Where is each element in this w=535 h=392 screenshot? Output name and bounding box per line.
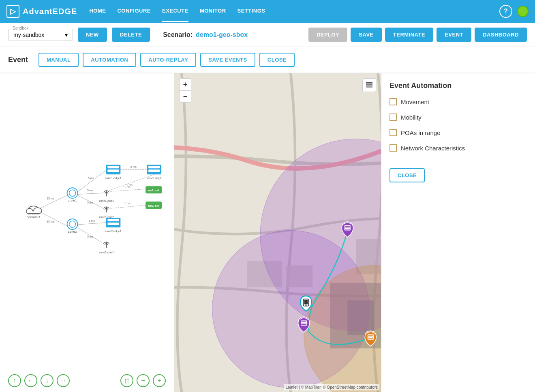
node-zone1[interactable]: zone1 xyxy=(67,188,78,202)
event-close-button[interactable]: CLOSE xyxy=(259,53,295,67)
zoom-up-icon[interactable]: ↑ xyxy=(8,374,21,387)
svg-line-48 xyxy=(110,205,146,208)
scroll-down-icon[interactable]: ↓ xyxy=(41,374,54,387)
new-button[interactable]: NEW xyxy=(78,28,107,42)
zoom-in-icon[interactable]: + xyxy=(153,374,166,387)
manual-button[interactable]: MANUAL xyxy=(39,53,79,67)
svg-text:zone1-edge1: zone1-edge1 xyxy=(105,177,122,180)
svg-text:zone2-poa1: zone2-poa1 xyxy=(99,251,114,254)
panel-divider xyxy=(389,160,527,160)
svg-line-52 xyxy=(78,223,106,225)
movement-checkbox[interactable] xyxy=(389,98,397,105)
automation-panel: Event Automation Movement Mobility POAs … xyxy=(381,73,535,392)
sandbox-selector[interactable]: Sandbox my-sandbox ▾ xyxy=(8,29,73,41)
svg-rect-80 xyxy=(366,82,372,84)
svg-line-38 xyxy=(78,170,106,191)
node-zone2[interactable]: zone2 xyxy=(67,219,78,233)
nav-settings[interactable]: SETTINGS xyxy=(238,0,265,22)
app-name: AdvantEDGE xyxy=(23,7,77,16)
logo-icon: ▷ xyxy=(6,5,19,18)
node-operator1[interactable]: operator1 xyxy=(26,206,42,219)
nav-right: ? xyxy=(499,5,529,18)
network-label: Network Characteristics xyxy=(401,145,465,152)
toolbar: Sandbox my-sandbox ▾ NEW DELETE Scenario… xyxy=(0,23,535,47)
svg-line-40 xyxy=(78,193,103,194)
node-ue1-ext[interactable]: ue1-ext xyxy=(146,186,162,193)
svg-rect-26 xyxy=(107,223,119,225)
svg-text:operator1: operator1 xyxy=(27,215,41,219)
event-bar: Event MANUAL AUTOMATION AUTO-REPLAY SAVE… xyxy=(0,47,535,73)
checkbox-network: Network Characteristics xyxy=(389,144,527,152)
svg-line-36 xyxy=(40,212,67,226)
zoom-out-button[interactable]: − xyxy=(179,90,191,103)
toolbar-actions: DEPLOY SAVE TERMINATE EVENT DASHBOARD xyxy=(308,28,527,42)
scenario-label: Scenario: xyxy=(163,31,193,39)
svg-point-9 xyxy=(67,219,78,229)
dropdown-arrow-icon: ▾ xyxy=(65,32,68,38)
network-checkbox[interactable] xyxy=(389,144,397,152)
automation-close-button[interactable]: CLOSE xyxy=(389,168,425,182)
footer-icons-right: ⊡ − + xyxy=(120,374,166,387)
svg-text:zone1: zone1 xyxy=(68,199,77,202)
node-zone1-edge1[interactable]: zone1-edge1 xyxy=(105,165,122,180)
mobility-checkbox[interactable] xyxy=(389,114,397,121)
fit-view-icon[interactable]: ⊡ xyxy=(120,374,133,387)
top-navigation: ▷ AdvantEDGE HOME CONFIGURE EXECUTE MONI… xyxy=(0,0,535,23)
node-zone2-poa1[interactable]: zone2-poa1 xyxy=(99,242,114,254)
sandbox-label: Sandbox xyxy=(12,26,29,30)
node-zone1-fog1[interactable]: zone1-fog1 xyxy=(147,165,161,180)
save-events-button[interactable]: SAVE EVENTS xyxy=(200,53,255,67)
delete-button[interactable]: DELETE xyxy=(112,28,150,42)
svg-rect-18 xyxy=(148,169,160,172)
event-button[interactable]: EVENT xyxy=(437,28,471,42)
node-ue2-ext[interactable]: ue2-ext xyxy=(146,201,162,209)
svg-point-71 xyxy=(305,304,306,306)
deploy-button[interactable]: DEPLOY xyxy=(308,28,347,42)
node-zone1-poa1[interactable]: zone1-poa1 xyxy=(99,191,114,203)
help-button[interactable]: ? xyxy=(499,5,512,18)
nav-configure[interactable]: CONFIGURE xyxy=(117,0,151,22)
map-container[interactable]: + − Leaflet | © MapTiler, © OpenStreetMa… xyxy=(174,73,381,392)
map-zoom-controls: + − xyxy=(179,78,191,103)
save-button[interactable]: SAVE xyxy=(351,28,381,42)
svg-text:0 ms: 0 ms xyxy=(131,165,137,168)
nav-execute[interactable]: EXECUTE xyxy=(162,0,188,22)
map-layers-button[interactable] xyxy=(362,78,376,92)
terminate-button[interactable]: TERMINATE xyxy=(385,28,433,42)
logo-area: ▷ AdvantEDGE xyxy=(6,5,77,18)
svg-text:1 ms: 1 ms xyxy=(126,184,133,186)
svg-text:5 ms: 5 ms xyxy=(89,219,95,222)
checkbox-movement: Movement xyxy=(389,98,527,105)
scroll-left-icon[interactable]: ← xyxy=(24,374,37,387)
status-indicator xyxy=(517,6,529,17)
automation-button[interactable]: AUTOMATION xyxy=(83,53,136,67)
svg-rect-14 xyxy=(107,169,119,172)
svg-text:zone2: zone2 xyxy=(68,230,77,233)
scroll-right-icon[interactable]: → xyxy=(57,374,70,387)
svg-rect-17 xyxy=(148,166,160,168)
sandbox-value: my-sandbox xyxy=(13,32,44,38)
poas-label: POAs in range xyxy=(401,129,441,136)
svg-text:5 ms: 5 ms xyxy=(87,201,94,204)
map-svg xyxy=(174,73,381,392)
automation-title: Event Automation xyxy=(389,81,527,90)
node-zone2-edge1[interactable]: zone2-edge1 xyxy=(105,218,122,233)
dashboard-button[interactable]: DASHBOARD xyxy=(475,28,527,42)
auto-replay-button[interactable]: AUTO-REPLAY xyxy=(140,53,196,67)
svg-line-46 xyxy=(110,189,146,191)
nav-home[interactable]: HOME xyxy=(89,0,106,22)
nav-links: HOME CONFIGURE EXECUTE MONITOR SETTINGS xyxy=(89,0,499,22)
node-zone1-poa2[interactable]: zone1-poa2 xyxy=(99,207,114,219)
zoom-out-icon[interactable]: − xyxy=(137,374,150,387)
poas-checkbox[interactable] xyxy=(389,129,397,136)
svg-text:ue2-ext: ue2-ext xyxy=(148,204,159,208)
nav-monitor[interactable]: MONITOR xyxy=(200,0,226,22)
checkbox-mobility: Mobility xyxy=(389,114,527,121)
svg-text:15 ms: 15 ms xyxy=(47,220,54,223)
svg-text:zone1-poa1: zone1-poa1 xyxy=(99,199,114,203)
zoom-in-button[interactable]: + xyxy=(179,78,191,90)
map-attribution: Leaflet | © MapTiler, © OpenStreetMap co… xyxy=(284,384,379,390)
svg-text:1 ms: 1 ms xyxy=(124,202,131,205)
mobility-label: Mobility xyxy=(401,114,422,121)
event-title: Event xyxy=(8,56,28,64)
